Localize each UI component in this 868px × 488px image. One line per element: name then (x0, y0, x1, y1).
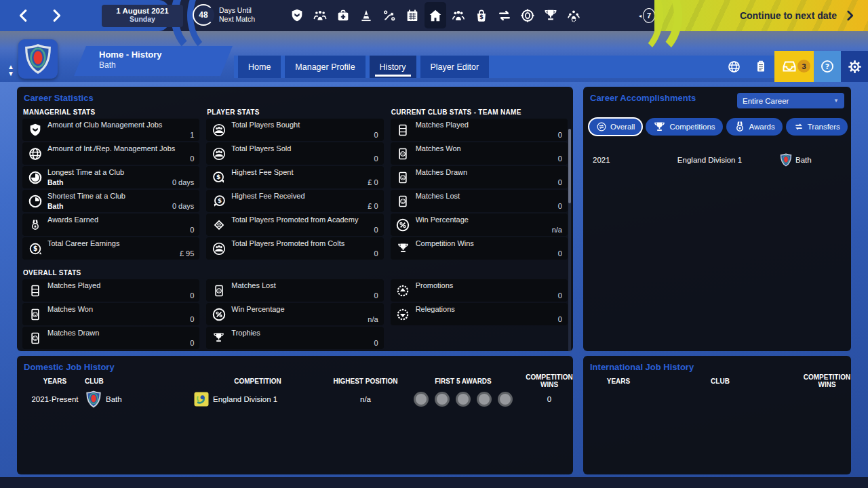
medal-icon (734, 121, 746, 133)
international-job-history-title: International Job History (583, 356, 851, 372)
dropdown-arrow-icon: ▼ (833, 98, 839, 104)
accomplishment-row: 2021England Division 1Bath (583, 152, 851, 168)
card-lost-icon (391, 190, 416, 212)
stat-row: Matches Lost0 (391, 190, 568, 212)
continue-button[interactable]: Continue to next date (654, 0, 868, 31)
date-display[interactable]: 1 August 2021 Sunday (102, 5, 183, 27)
medical-icon[interactable] (334, 3, 353, 27)
stat-row: $Highest Fee Received£ 0 (206, 190, 383, 212)
stat-row: Promotions0 (391, 279, 568, 302)
accomplishments-tab-competitions[interactable]: Competitions (646, 118, 722, 136)
stat-label: Matches Played (416, 121, 562, 129)
stat-label: Total Career Earnings (47, 239, 194, 247)
first-5-awards (409, 392, 517, 407)
stat-value: 0 (374, 226, 378, 234)
scrollbar-thumb[interactable] (568, 129, 571, 203)
page-subtitle: Bath (80, 60, 226, 70)
stat-value: 0 (558, 315, 562, 323)
domestic-job-history-title: Domestic Job History (17, 356, 573, 372)
column-header: COMPETITION WINS (517, 373, 581, 388)
stat-row: Win Percentagen/a (206, 303, 383, 325)
shield-icon[interactable] (288, 3, 307, 27)
question-icon: ? (820, 59, 835, 74)
stat-value: 0 (558, 155, 562, 163)
stat-label: Trophies (231, 329, 378, 337)
expand-collapse-toggle[interactable]: ▲ ▼ (4, 64, 18, 80)
domestic-job-history-panel: Domestic Job History YEARSCLUBCOMPETITIO… (17, 356, 573, 474)
stat-value: 0 (558, 249, 562, 258)
career-filter-dropdown[interactable]: Entire Career ▼ (737, 93, 844, 108)
team-icon[interactable] (311, 3, 330, 27)
tab-player-editor[interactable]: Player Editor (420, 56, 490, 78)
stat-row: Awards Earned0 (22, 214, 199, 236)
finances-icon[interactable]: $ (472, 3, 491, 27)
training-cone-icon[interactable] (357, 3, 376, 27)
stat-row: Shortest Time at a ClubBath0 days (22, 190, 199, 212)
trophy-icon (206, 327, 231, 349)
tab-manager-profile[interactable]: Manager Profile (285, 56, 365, 78)
help-button[interactable]: ? (814, 51, 841, 82)
notes-button[interactable] (747, 51, 774, 82)
accomplishments-tab-awards[interactable]: Awards (726, 118, 783, 136)
svg-text:$: $ (479, 14, 484, 20)
section-heading: OVERALL STATS (22, 268, 199, 279)
forward-button[interactable] (45, 5, 68, 26)
stat-value: 0 (190, 155, 194, 163)
stat-value: 0 (374, 249, 378, 258)
club-development-icon[interactable] (564, 3, 583, 27)
swap-icon (793, 121, 804, 132)
settings-button[interactable] (841, 51, 868, 82)
club-badge[interactable] (18, 39, 58, 79)
tactics-icon[interactable] (380, 3, 399, 27)
stat-label: Amount of Club Management Jobs (47, 121, 194, 129)
days-count: 48 (193, 4, 214, 26)
stat-row: Amount of Int./Rep. Management Jobs0 (22, 142, 199, 165)
stat-row: Matches Drawn0 (22, 327, 199, 349)
stat-value: 0 (558, 291, 562, 300)
stat-value: 0 (190, 291, 194, 300)
domestic-history-header: YEARSCLUBCOMPETITIONHIGHEST POSITIONFIRS… (17, 373, 573, 384)
accomplishment-year: 2021 (593, 156, 640, 164)
stat-label: Highest Fee Received (231, 192, 378, 200)
accomplishment-club: Bath (779, 153, 842, 167)
calendar-icon[interactable] (403, 3, 422, 27)
card-won-icon (22, 303, 47, 325)
award-slot-icon (435, 392, 450, 407)
scouting-target-icon[interactable] (518, 3, 537, 27)
stat-row: Matches Played0 (22, 279, 199, 302)
job-club: Bath (85, 390, 193, 408)
competitions-trophy-icon[interactable] (541, 3, 560, 27)
job-highest-position: n/a (322, 395, 409, 403)
earnings-icon: $ (22, 237, 47, 260)
svg-text:$: $ (216, 173, 220, 180)
tab-home[interactable]: Home (238, 56, 281, 78)
top-bar: 1 August 2021 Sunday 48 Days Until Next … (0, 0, 868, 31)
stat-row: Matches Lost0 (206, 279, 383, 302)
stat-label: Matches Won (416, 144, 562, 152)
accomplishments-tab-overall[interactable]: Overall (589, 118, 642, 136)
tab-history[interactable]: History (370, 56, 416, 78)
stat-row: Total Players Promoted from Academy0 (206, 214, 383, 236)
stat-sublabel: Bath (47, 202, 63, 210)
job-competition: England Division 1 (193, 391, 322, 407)
award-slot-icon (414, 392, 429, 407)
card-won-icon (391, 142, 416, 165)
shield-icon (22, 119, 47, 141)
scrollbar[interactable] (568, 129, 571, 352)
section-heading: CURRENT CLUB STATS - TEAM NAME (391, 107, 568, 119)
home-icon[interactable] (426, 3, 445, 27)
clipboard-icon (754, 60, 768, 73)
stat-row: Longest Time at a ClubBath0 days (22, 166, 199, 188)
transfers-icon[interactable] (495, 3, 514, 27)
job-years: 2021-Present (25, 395, 85, 403)
accomplishment-competition: England Division 1 (640, 156, 779, 164)
stat-value: 0 (374, 155, 378, 163)
inbox-button[interactable]: 3 (774, 51, 814, 82)
stat-value: 1 (190, 131, 194, 139)
stat-row: Relegations0 (391, 303, 568, 325)
squad-icon[interactable] (449, 3, 468, 27)
app-window: 1 August 2021 Sunday 48 Days Until Next … (0, 0, 868, 488)
back-button[interactable] (12, 5, 35, 26)
world-button[interactable] (720, 51, 747, 82)
accomplishments-tab-transfers[interactable]: Transfers (786, 118, 848, 136)
